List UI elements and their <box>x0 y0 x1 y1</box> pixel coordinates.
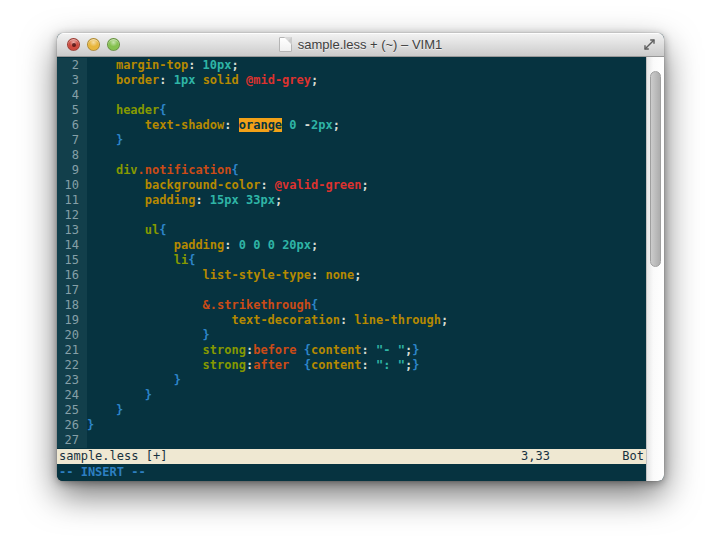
token-pun: ; <box>311 238 318 252</box>
token-prop: margin-top <box>116 58 188 72</box>
title-bar[interactable]: sample.less + (~) – VIM1 <box>57 33 664 57</box>
token-prop: background-color <box>145 178 261 192</box>
scrollbar-thumb[interactable] <box>650 71 661 267</box>
code-text: text-decoration: line-through; <box>87 313 448 328</box>
token-num: 20px <box>282 238 311 252</box>
token-space <box>87 253 174 267</box>
line-number: 19 <box>57 313 87 328</box>
token-space <box>87 343 203 357</box>
line-number: 21 <box>57 343 87 358</box>
token-prop: list-style-type <box>203 268 311 282</box>
token-space <box>87 388 145 402</box>
token-cls: &.strikethrough <box>203 298 311 312</box>
token-sel: strong <box>203 343 246 357</box>
zoom-button[interactable] <box>107 38 120 51</box>
code-line: 24 } <box>57 388 646 403</box>
token-brace: { <box>159 103 166 117</box>
code-text: } <box>87 328 210 343</box>
code-line: 5 header{ <box>57 103 646 118</box>
token-space <box>87 328 203 342</box>
line-number: 22 <box>57 358 87 373</box>
token-pun: : <box>260 178 274 192</box>
code-line: 16 list-style-type: none; <box>57 268 646 283</box>
close-button[interactable] <box>67 38 80 51</box>
traffic-lights <box>67 38 120 51</box>
line-number: 3 <box>57 73 87 88</box>
token-brace: } <box>87 418 94 432</box>
token-pun: ; <box>362 178 369 192</box>
code-line: 6 text-shadow: orange 0 -2px; <box>57 118 646 133</box>
token-sel: ul <box>145 223 159 237</box>
token-pun: : <box>362 358 376 372</box>
token-brace: { <box>232 163 239 177</box>
token-num: 0 <box>239 238 246 252</box>
line-number: 8 <box>57 148 87 163</box>
code-line: 22 strong:after {content: ": ";} <box>57 358 646 373</box>
code-line: 11 padding: 15px 33px; <box>57 193 646 208</box>
token-pun: ; <box>232 58 239 72</box>
token-sel: header <box>116 103 159 117</box>
token-space <box>297 118 304 132</box>
token-pun: - <box>304 118 311 132</box>
token-space <box>87 178 145 192</box>
code-text: li{ <box>87 253 195 268</box>
token-pun: ; <box>311 73 318 87</box>
token-brace: } <box>116 133 123 147</box>
token-val: line-through <box>354 313 441 327</box>
token-str: "- " <box>376 343 405 357</box>
line-number: 24 <box>57 388 87 403</box>
token-space <box>239 193 246 207</box>
code-area[interactable]: 2 margin-top: 10px;3 border: 1px solid @… <box>57 57 646 449</box>
token-prop: border <box>116 73 159 87</box>
line-number: 12 <box>57 208 87 223</box>
code-line: 2 margin-top: 10px; <box>57 58 646 73</box>
token-space <box>239 73 246 87</box>
token-space <box>87 73 116 87</box>
token-sel: div <box>116 163 138 177</box>
token-str: ": " <box>376 358 405 372</box>
token-space <box>87 358 203 372</box>
line-number: 10 <box>57 178 87 193</box>
token-space <box>87 118 145 132</box>
code-text: &.strikethrough{ <box>87 298 318 313</box>
window-content: 2 margin-top: 10px;3 border: 1px solid @… <box>57 57 664 481</box>
token-space <box>195 73 202 87</box>
line-number: 18 <box>57 298 87 313</box>
token-var: @valid-green <box>275 178 362 192</box>
token-prop: text-decoration <box>232 313 340 327</box>
token-space <box>87 268 203 282</box>
token-num: 10px <box>203 58 232 72</box>
token-space <box>289 358 303 372</box>
code-text: } <box>87 418 94 433</box>
token-num: 1px <box>174 73 196 87</box>
code-text: list-style-type: none; <box>87 268 362 283</box>
minimize-button[interactable] <box>87 38 100 51</box>
token-num: 0 <box>268 238 275 252</box>
token-hl: orange <box>239 118 282 132</box>
token-prop: content <box>311 358 362 372</box>
code-line: 27 <box>57 433 646 448</box>
status-bar: sample.less [+] 3,33 Bot <box>57 449 646 464</box>
token-pun: ; <box>354 268 361 282</box>
code-text: strong:before {content: "- ";} <box>87 343 419 358</box>
token-pun: : <box>362 343 376 357</box>
token-num: 2px <box>311 118 333 132</box>
code-line: 10 background-color: @valid-green; <box>57 178 646 193</box>
token-space <box>87 373 174 387</box>
token-brace: } <box>412 358 419 372</box>
token-brace: } <box>174 373 181 387</box>
code-line: 14 padding: 0 0 0 20px; <box>57 238 646 253</box>
line-number: 27 <box>57 433 87 448</box>
code-line: 26} <box>57 418 646 433</box>
line-number: 2 <box>57 58 87 73</box>
code-text: background-color: @valid-green; <box>87 178 369 193</box>
fullscreen-icon[interactable] <box>643 38 656 51</box>
token-brace: } <box>203 328 210 342</box>
token-cls: .notification <box>138 163 232 177</box>
token-num: 0 <box>289 118 296 132</box>
line-number: 13 <box>57 223 87 238</box>
editor-pane[interactable]: 2 margin-top: 10px;3 border: 1px solid @… <box>57 57 646 481</box>
scrollbar[interactable] <box>646 57 664 481</box>
line-number: 20 <box>57 328 87 343</box>
token-pun: : <box>188 58 202 72</box>
